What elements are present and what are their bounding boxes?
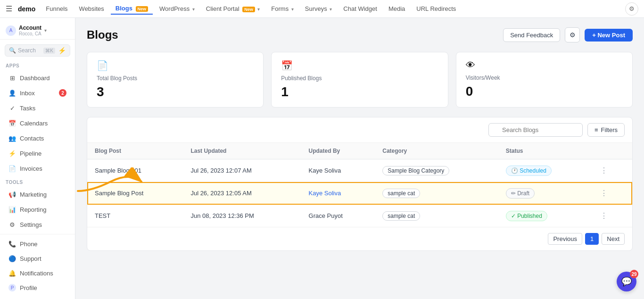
search-blogs-input[interactable] [488, 123, 583, 137]
post-name-link[interactable]: Sample Blog 101 [95, 167, 141, 174]
sidebar-item-dashboard[interactable]: ⊞ Dashboard [3, 71, 72, 85]
row-more-button[interactable]: ⋮ [597, 210, 611, 221]
blogs-new-badge: New [136, 6, 149, 12]
sidebar-item-phone[interactable]: 📞 Phone [3, 237, 72, 251]
account-chevron-icon: ▾ [44, 28, 47, 33]
total-posts-label: Total Blog Posts [97, 75, 254, 82]
table-row-highlighted: Sample Blog Post Jul 26, 2023 12:05 AM K… [87, 182, 632, 205]
phone-icon: 📞 [8, 240, 16, 248]
sidebar-item-inbox[interactable]: 👤 Inbox 2 [3, 86, 72, 100]
nav-media[interactable]: Media [384, 3, 410, 14]
nav-funnels[interactable]: Funnels [41, 3, 72, 14]
cell-more: ⋮ [590, 205, 632, 227]
cell-blog-post: TEST [87, 205, 183, 227]
visitors-week-icon: 👁 [466, 60, 623, 71]
calendars-icon: 📅 [8, 119, 16, 127]
sidebar-item-contacts[interactable]: 👥 Contacts [3, 131, 72, 145]
col-last-updated: Last Updated [183, 143, 301, 159]
post-name-link[interactable]: TEST [95, 212, 110, 219]
stats-row: 📄 Total Blog Posts 3 📅 Published Blogs 1… [87, 52, 633, 108]
search-shortcut: ⌘K [43, 48, 55, 54]
sidebar-item-tasks[interactable]: ✓ Tasks [3, 101, 72, 115]
page-1-button[interactable]: 1 [585, 233, 599, 245]
top-settings-icon[interactable]: ⚙ [625, 2, 638, 16]
filter-lines-icon: ≡ [594, 126, 598, 133]
apps-section-label: Apps [0, 59, 75, 70]
sidebar-item-inbox-label: Inbox [20, 90, 55, 97]
table-toolbar: 🔍 ≡ Filters [87, 117, 632, 143]
cell-status: ✏ Draft [498, 182, 590, 205]
nav-forms[interactable]: Forms ▾ [266, 3, 298, 14]
nav-surveys[interactable]: Surveys ▾ [300, 3, 337, 14]
cell-category: sample cat [375, 182, 498, 205]
table-section: 🔍 ≡ Filters Blog Post Last Updated Updat… [87, 117, 633, 251]
cell-last-updated: Jul 26, 2023 12:07 AM [183, 159, 301, 182]
cell-updated-by: Grace Puyot [301, 205, 375, 227]
visitors-week-label: Visitors/Week [466, 75, 623, 81]
app-logo: demo [18, 5, 35, 13]
col-updated-by: Updated By [301, 143, 375, 159]
blogs-header: Blogs Send Feedback ⚙ + New Post [87, 27, 633, 42]
sidebar-item-notifications[interactable]: 🔔 Notifications [3, 266, 72, 280]
pagination: Previous 1 Next [87, 227, 632, 250]
status-badge-scheduled: 🕐 Scheduled [506, 166, 552, 176]
cell-updated-by: Kaye Soliva [301, 182, 375, 205]
account-selector[interactable]: A Account Rocco, CA ▾ [0, 22, 75, 40]
status-badge-published: ✓ Published [506, 211, 547, 221]
sidebar: A Account Rocco, CA ▾ 🔍 Search ⌘K ⚡ Apps… [0, 18, 75, 299]
sidebar-item-support[interactable]: 🔵 Support [3, 251, 72, 266]
chat-widget-button[interactable]: 💬 29 [617, 272, 636, 291]
reporting-icon: 📊 [8, 206, 16, 213]
sidebar-item-profile-label: Profile [20, 284, 66, 291]
nav-blogs[interactable]: Blogs New [111, 3, 153, 15]
sidebar-item-invoices-label: Invoices [20, 165, 66, 172]
wordpress-chevron-icon: ▾ [192, 7, 195, 12]
dashboard-icon: ⊞ [8, 74, 16, 82]
blog-settings-button[interactable]: ⚙ [565, 27, 580, 42]
tools-section-label: Tools [0, 176, 75, 187]
sidebar-item-reporting[interactable]: 📊 Reporting [3, 202, 72, 216]
sidebar-item-marketing[interactable]: 📢 Marketing [3, 187, 72, 201]
filters-button[interactable]: ≡ Filters [587, 123, 625, 137]
sidebar-item-settings[interactable]: ⚙ Settings [3, 217, 72, 232]
next-page-button[interactable]: Next [602, 233, 625, 245]
hamburger-icon[interactable]: ☰ [6, 4, 12, 13]
post-name-link[interactable]: Sample Blog Post [95, 190, 143, 197]
invoices-icon: 📄 [8, 165, 16, 172]
sidebar-item-contacts-label: Contacts [20, 135, 66, 142]
sidebar-search[interactable]: 🔍 Search ⌘K ⚡ [5, 44, 70, 57]
row-more-button[interactable]: ⋮ [597, 188, 611, 199]
search-icon: 🔍 [9, 47, 16, 54]
nav-websites[interactable]: Websites [74, 3, 109, 14]
nav-url-redirects[interactable]: URL Redirects [412, 3, 461, 14]
settings-icon: ⚙ [8, 221, 16, 228]
status-badge-draft: ✏ Draft [506, 188, 535, 199]
row-more-button[interactable]: ⋮ [597, 165, 611, 176]
previous-page-button[interactable]: Previous [548, 233, 582, 245]
sidebar-item-calendars-label: Calendars [20, 120, 66, 127]
sidebar-item-profile[interactable]: P Profile [3, 281, 72, 295]
sidebar-item-support-label: Support [20, 255, 66, 262]
nav-client-portal[interactable]: Client Portal New ▾ [201, 3, 265, 14]
col-status: Status [498, 143, 590, 159]
profile-icon: P [8, 284, 16, 291]
cell-updated-by: Kaye Soliva [301, 159, 375, 182]
send-feedback-button[interactable]: Send Feedback [503, 28, 560, 42]
nav-wordpress[interactable]: WordPress ▾ [155, 3, 199, 14]
sidebar-item-tasks-label: Tasks [20, 105, 66, 112]
stat-visitors-week: 👁 Visitors/Week 0 [456, 52, 633, 108]
sidebar-item-pipeline[interactable]: ⚡ Pipeline [3, 146, 72, 160]
account-icon: A [6, 25, 16, 36]
account-subtitle: Rocco, CA [19, 31, 41, 36]
stat-total-blog-posts: 📄 Total Blog Posts 3 [87, 52, 264, 108]
nav-chat-widget[interactable]: Chat Widget [339, 3, 382, 14]
category-badge: sample cat [382, 189, 420, 198]
chat-icon: 💬 [621, 276, 632, 287]
contacts-icon: 👥 [8, 134, 16, 142]
support-icon: 🔵 [8, 255, 16, 262]
cell-status: 🕐 Scheduled [498, 159, 590, 182]
sidebar-item-settings-label: Settings [20, 221, 66, 228]
sidebar-item-invoices[interactable]: 📄 Invoices [3, 161, 72, 175]
sidebar-item-calendars[interactable]: 📅 Calendars [3, 116, 72, 130]
new-post-button[interactable]: + New Post [585, 29, 633, 42]
